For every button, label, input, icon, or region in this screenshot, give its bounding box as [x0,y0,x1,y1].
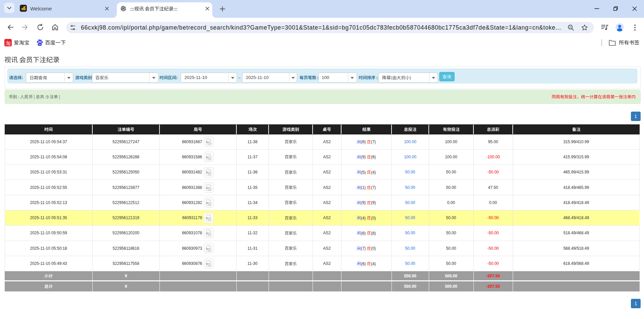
svg-text:du: du [39,43,41,45]
